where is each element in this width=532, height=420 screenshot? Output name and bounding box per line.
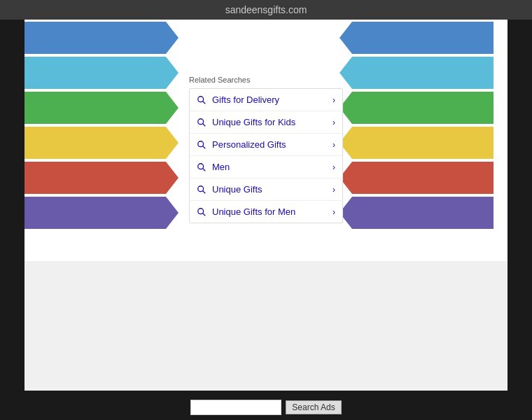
search-item-text: Gifts for Delivery <box>212 94 330 105</box>
main-area: Related Searches Gifts for Delivery › Un… <box>24 20 507 391</box>
banner-red-left <box>24 162 178 194</box>
bottom-bar: Search Ads Buy this domain <box>0 391 532 420</box>
search-ads-button[interactable]: Search Ads <box>286 400 341 414</box>
svg-point-0 <box>198 96 204 102</box>
svg-point-4 <box>198 141 204 146</box>
banner-blue-right <box>340 22 493 54</box>
search-icon <box>197 185 206 195</box>
chevron-right-icon: › <box>332 185 335 195</box>
banner-cyan-right <box>340 57 493 89</box>
center-content: Related Searches Gifts for Delivery › Un… <box>189 76 343 223</box>
svg-line-1 <box>203 101 206 104</box>
search-item-text: Personalized Gifts <box>212 139 330 150</box>
banner-row-6 <box>24 195 178 231</box>
svg-line-5 <box>203 146 206 148</box>
svg-point-2 <box>198 118 204 124</box>
banners-right <box>340 20 507 265</box>
banner-row-right-4 <box>340 125 493 161</box>
list-item[interactable]: Unique Gifts for Kids › <box>190 111 342 134</box>
chevron-right-icon: › <box>332 162 335 172</box>
search-item-text: Unique Gifts <box>212 184 330 195</box>
search-icon <box>197 95 206 105</box>
banner-purple-right <box>340 197 493 229</box>
list-item[interactable]: Men › <box>190 156 342 178</box>
svg-line-7 <box>203 168 206 171</box>
banner-blue-left <box>24 22 178 54</box>
search-list: Gifts for Delivery › Unique Gifts for Ki… <box>189 88 343 223</box>
search-item-text: Unique Gifts for Kids <box>212 117 330 127</box>
search-ads-row: Search Ads <box>190 400 341 415</box>
chevron-right-icon: › <box>332 140 335 150</box>
main-bottom-gray <box>24 261 507 391</box>
svg-point-8 <box>198 186 204 191</box>
chevron-right-icon: › <box>332 118 335 127</box>
banner-row-5 <box>24 160 178 196</box>
banner-row-2 <box>24 55 178 91</box>
banner-row-4 <box>24 125 178 161</box>
list-item[interactable]: Gifts for Delivery › <box>190 89 342 111</box>
list-item[interactable]: Unique Gifts for Men › <box>190 201 342 223</box>
domain-label: sandeensgifts.com <box>225 4 307 15</box>
search-icon <box>197 140 206 150</box>
banner-green-left <box>24 92 178 124</box>
list-item[interactable]: Unique Gifts › <box>190 178 342 201</box>
banner-row-right-2 <box>340 55 493 91</box>
banner-row-right-1 <box>340 20 493 56</box>
list-item[interactable]: Personalized Gifts › <box>190 134 342 156</box>
svg-point-10 <box>198 208 204 214</box>
svg-line-9 <box>203 190 206 193</box>
search-icon <box>197 118 206 127</box>
banner-cyan-left <box>24 57 178 89</box>
svg-point-6 <box>198 163 204 169</box>
svg-line-3 <box>203 123 206 126</box>
banner-row-3 <box>24 90 178 126</box>
banner-green-right <box>340 92 493 124</box>
banner-row-right-5 <box>340 160 493 196</box>
svg-line-11 <box>203 213 206 216</box>
banner-yellow-right <box>340 127 493 159</box>
top-bar: sandeensgifts.com <box>0 0 532 20</box>
banner-yellow-left <box>24 127 178 159</box>
search-ads-input[interactable] <box>190 400 281 415</box>
chevron-right-icon: › <box>332 207 335 217</box>
search-item-text: Men <box>212 162 330 172</box>
related-searches-label: Related Searches <box>189 76 343 84</box>
banners-left <box>24 20 192 265</box>
banner-row-right-6 <box>340 195 493 231</box>
banner-row-1 <box>24 20 178 56</box>
chevron-right-icon: › <box>332 95 335 105</box>
search-icon <box>197 207 206 217</box>
search-icon <box>197 162 206 172</box>
banner-purple-left <box>24 197 178 229</box>
banner-red-right <box>340 162 493 194</box>
banner-row-right-3 <box>340 90 493 126</box>
search-item-text: Unique Gifts for Men <box>212 206 330 217</box>
